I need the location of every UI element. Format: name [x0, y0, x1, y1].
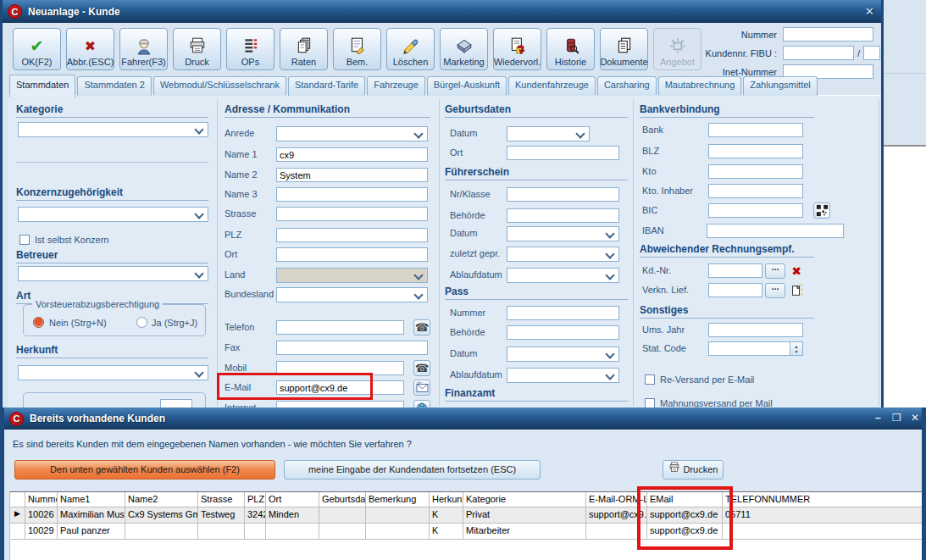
input-ums-jahr[interactable] — [708, 323, 803, 337]
row-selector-cell[interactable]: ▶ — [10, 507, 25, 524]
main-titlebar[interactable]: C Neuanlage - Kunde ✕ — [3, 0, 881, 23]
tab-zahlungsmittel[interactable]: Zahlungsmittel — [743, 76, 818, 96]
grid-header-name2[interactable]: Name2 — [125, 492, 198, 507]
grid-header-geburtsdat[interactable]: Geburtsdat — [319, 492, 366, 507]
ist-selbst-konzern-checkbox[interactable] — [19, 235, 30, 245]
toolbar-button-historie[interactable]: Historie — [546, 28, 595, 70]
tab-stammdaten-2[interactable]: Stammdaten 2 — [77, 76, 152, 96]
input-telefon[interactable] — [276, 320, 404, 335]
phone-icon[interactable]: ☎ — [413, 319, 430, 335]
radio-nein[interactable] — [33, 317, 44, 328]
input-kto[interactable] — [708, 164, 803, 179]
tab-webmodul-schlüsselschrank[interactable]: Webmodul/Schlüsselschrank — [153, 76, 286, 96]
input-iban[interactable] — [707, 224, 844, 238]
input-internet[interactable] — [276, 401, 404, 408]
select-customer-button[interactable]: Den unten gewählten Kunden auswählen (F2… — [14, 460, 275, 480]
select-datum[interactable] — [507, 126, 590, 141]
ellipsis-button[interactable]: ... — [765, 263, 785, 279]
input-plz[interactable] — [276, 228, 428, 242]
select-datum[interactable] — [507, 347, 619, 362]
input-blz[interactable] — [708, 144, 803, 158]
input-mobil[interactable] — [276, 361, 404, 375]
maximize-icon[interactable]: ❒ — [892, 412, 901, 424]
close-icon[interactable]: ✕ — [865, 5, 874, 18]
grid-header-e-mail-orm-l[interactable]: E-Mail-ORM-L — [586, 492, 647, 507]
tab-standard-tarife[interactable]: Standard-Tarife — [288, 76, 365, 96]
input-nummer[interactable] — [507, 306, 619, 320]
toolbar-button-bem[interactable]: Bem. — [333, 28, 381, 70]
input-fax[interactable] — [276, 341, 428, 355]
input-strasse[interactable] — [276, 207, 428, 221]
minimize-icon[interactable]: – — [875, 412, 881, 424]
grid-header-bemerkung[interactable]: Bemerkung — [366, 492, 430, 507]
globe-icon[interactable] — [413, 400, 430, 408]
nummer-input[interactable] — [783, 27, 873, 42]
input-ort[interactable] — [507, 146, 619, 160]
grid-header-strasse[interactable]: Strasse — [198, 492, 245, 507]
partial-input[interactable] — [160, 399, 192, 408]
toolbar-button-ok-f2[interactable]: ✔OK(F2) — [13, 28, 61, 70]
select-ablaufdatum[interactable] — [507, 268, 619, 283]
select-land[interactable] — [276, 268, 428, 283]
continue-entry-button[interactable]: meine Eingabe der Kundendaten fortsetzen… — [284, 460, 541, 480]
grid-header-plz[interactable]: PLZ — [245, 492, 266, 507]
select-ablaufdatum[interactable] — [507, 368, 619, 383]
input-behörde[interactable] — [507, 325, 619, 340]
toolbar-button-marketing[interactable]: Marketing — [440, 28, 488, 70]
herkunft-select[interactable] — [18, 365, 208, 380]
kundennr-fibu-suffix-input[interactable] — [863, 46, 880, 60]
close-icon[interactable]: ✕ — [911, 412, 919, 424]
radio-ja[interactable] — [136, 317, 147, 328]
re-versand-checkbox[interactable] — [645, 374, 655, 385]
grid-header-email[interactable]: EMail — [647, 492, 723, 507]
input-kd-nr[interactable] — [708, 263, 762, 278]
betreuer-select[interactable] — [18, 266, 208, 281]
new-doc-icon[interactable] — [788, 282, 805, 298]
grid-row[interactable]: 10029Paul panzerKMitarbeitersupport@cx9.… — [10, 524, 925, 540]
select-bundesland[interactable] — [276, 287, 428, 302]
kategorie-select[interactable] — [18, 122, 208, 137]
toolbar-button-fahrer-f3[interactable]: Fahrer(F3) — [119, 28, 168, 70]
tab-fahrzeuge[interactable]: Fahrzeuge — [367, 76, 425, 96]
toolbar-button-löschen[interactable]: Löschen — [386, 28, 435, 70]
results-grid[interactable]: NummerName1Name2StrassePLZOrtGeburtsdatB… — [9, 491, 925, 560]
input-e-mail[interactable] — [276, 380, 404, 395]
email-icon[interactable] — [413, 380, 430, 396]
input-kto-inhaber[interactable] — [708, 184, 803, 198]
grid-header-kategorie[interactable]: Kategorie — [463, 492, 586, 507]
input-behörde[interactable] — [507, 208, 619, 223]
qr-icon[interactable] — [813, 202, 830, 219]
dialog-titlebar[interactable]: C Bereits vorhandene Kunden — [4, 408, 922, 430]
toolbar-button-druck[interactable]: Druck — [173, 28, 221, 70]
grid-header-nummer[interactable]: Nummer — [25, 492, 58, 507]
tab-mautabrechnung[interactable]: Mautabrechnung — [658, 76, 742, 96]
mahnungsversand-checkbox[interactable] — [645, 398, 655, 408]
spinner-stepper[interactable]: ▲▼ — [790, 341, 803, 356]
row-selector-cell[interactable] — [10, 524, 25, 540]
input-nr-klasse[interactable] — [507, 187, 619, 202]
delete-x-icon[interactable]: ✖ — [788, 263, 805, 279]
grid-row[interactable]: ▶10026Maximilian MustCx9 Systems GmTestw… — [10, 507, 925, 524]
grid-header-telefonnummer[interactable]: TELEFONNUMMER — [723, 492, 925, 507]
select-datum[interactable] — [507, 226, 619, 241]
grid-header-herkunf[interactable]: Herkunf — [430, 492, 463, 507]
select-zuletzt-gepr[interactable] — [507, 247, 619, 262]
input-verkn-lief[interactable] — [708, 283, 762, 297]
tab-kundenfahrzeuge[interactable]: Kundenfahrzeuge — [508, 76, 596, 96]
toolbar-button-dokumente[interactable]: Dokumente — [600, 28, 648, 70]
ellipsis-button[interactable]: ... — [765, 283, 785, 298]
toolbar-button-wiedervorl[interactable]: Wiedervorl. — [493, 28, 541, 70]
input-bic[interactable] — [708, 203, 803, 218]
toolbar-button-abbr-esc[interactable]: ✖Abbr.(ESC) — [66, 28, 114, 70]
tab-bürgel-auskunft[interactable]: Bürgel-Auskunft — [427, 76, 507, 96]
grid-header-ort[interactable]: Ort — [266, 492, 319, 507]
input-ort[interactable] — [276, 247, 428, 262]
input-name-3[interactable] — [276, 187, 428, 202]
input-name-1[interactable] — [276, 147, 428, 162]
tab-stammdaten[interactable]: Stammdaten — [9, 75, 75, 97]
spin-down-icon[interactable]: ▼ — [795, 349, 799, 354]
input-name-2[interactable] — [276, 168, 428, 182]
input-bank[interactable] — [708, 123, 803, 137]
tab-carsharing[interactable]: Carsharing — [597, 76, 657, 96]
select-anrede[interactable] — [276, 126, 428, 141]
